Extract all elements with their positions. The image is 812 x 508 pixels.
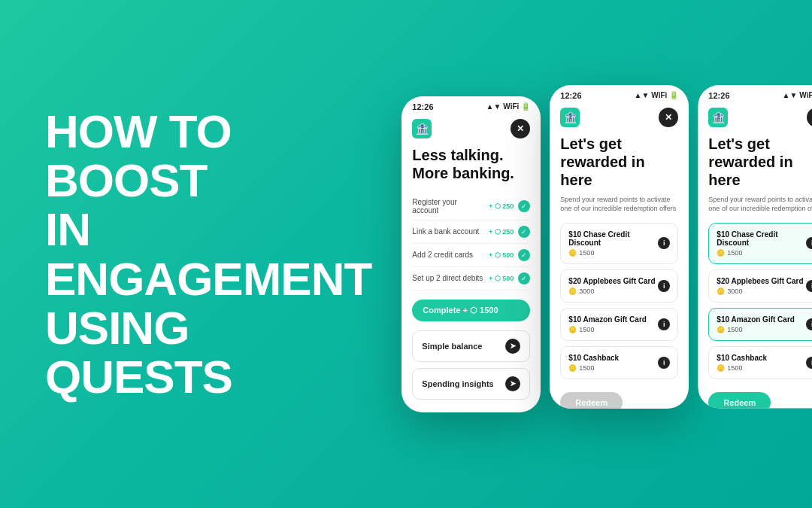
reward-item-3-2[interactable]: $20 Applebees Gift Card 🪙 3000 i — [708, 269, 812, 303]
task-label-1: Register your account — [412, 198, 484, 214]
coin-icon-2-1: 🪙 — [568, 249, 577, 257]
task-points-3: + ⬡ 500 — [489, 251, 514, 259]
phone3-content: Let's get rewarded in here Spend your re… — [698, 135, 812, 409]
reward-item-2-1-left: $10 Chase Credit Discount 🪙 1500 — [568, 230, 658, 257]
reward-item-3-4-left: $10 Cashback 🪙 1500 — [717, 354, 806, 372]
reward-name-2-4: $10 Cashback — [568, 354, 658, 362]
phone2-status-bar: 12:26 ▲▼ WiFi 🔋 — [550, 85, 689, 103]
phone1-close-icon[interactable]: ✕ — [511, 119, 530, 138]
reward-item-3-2-left: $20 Applebees Gift Card 🪙 3000 — [717, 277, 806, 295]
info-icon-3-3[interactable]: i — [806, 318, 812, 330]
coin-icon-3-3: 🪙 — [717, 326, 725, 333]
phone2-status-icons: ▲▼ WiFi 🔋 — [635, 91, 679, 99]
task-check-4: ✓ — [518, 272, 530, 284]
reward-item-2-4[interactable]: $10 Cashback 🪙 1500 i — [560, 346, 678, 379]
info-icon-2-4[interactable]: i — [658, 357, 670, 369]
coin-icon-2-3: 🪙 — [568, 326, 577, 333]
phone2-content: Let's get rewarded in here Spend your re… — [550, 135, 689, 409]
phone3-logo-icon: 🏦 — [708, 108, 728, 127]
task-label-3: Add 2 credit cards — [412, 251, 484, 259]
reward-points-2-3: 🪙 1500 — [568, 326, 658, 333]
phone2-time: 12:26 — [560, 91, 581, 100]
reward-points-3-2: 🪙 3000 — [717, 287, 806, 295]
info-icon-3-4[interactable]: i — [806, 357, 812, 369]
phone2-subtitle: Spend your reward points to activate one… — [560, 195, 678, 214]
complete-btn-label: Complete + ⬡ 1500 — [423, 306, 498, 315]
phone1-header: 🏦 ✕ — [401, 114, 541, 146]
info-icon-2-2[interactable]: i — [658, 280, 670, 292]
reward-points-2-4: 🪙 1500 — [568, 364, 658, 372]
reward-name-2-3: $10 Amazon Gift Card — [568, 315, 658, 324]
reward-item-2-3-left: $10 Amazon Gift Card 🪙 1500 — [568, 315, 658, 333]
phone3-time: 12:26 — [708, 91, 729, 100]
phone3-title: Let's get rewarded in here — [708, 135, 812, 189]
reward-item-3-1-left: $10 Chase Credit Discount 🪙 1500 — [717, 230, 806, 257]
info-icon-3-2[interactable]: i — [806, 280, 812, 292]
reward-name-3-3: $10 Amazon Gift Card — [717, 315, 806, 324]
coin-icon-2-2: 🪙 — [568, 287, 577, 295]
menu-arrow-balance-icon: ➤ — [505, 339, 520, 354]
phone-2: 12:26 ▲▼ WiFi 🔋 🏦 ✕ Let's get rewarded i… — [550, 85, 689, 409]
reward-item-2-2[interactable]: $20 Applebees Gift Card 🪙 3000 i — [560, 269, 678, 303]
reward-item-3-3-left: $10 Amazon Gift Card 🪙 1500 — [717, 315, 806, 333]
phones-section: 12:26 ▲▼ WiFi 🔋 🏦 ✕ Less talking. More b… — [401, 66, 812, 443]
reward-name-3-4: $10 Cashback — [717, 354, 806, 362]
reward-points-3-4: 🪙 1500 — [717, 364, 806, 372]
task-check-2: ✓ — [518, 226, 530, 238]
redeem-button-2[interactable]: Redeem — [560, 392, 623, 409]
menu-item-spending[interactable]: Spending insights ➤ — [412, 368, 530, 400]
phone3-close-icon[interactable]: ✕ — [807, 108, 812, 127]
coin-icon-2-4: 🪙 — [568, 364, 577, 372]
phone2-logo-icon: 🏦 — [560, 108, 580, 127]
menu-item-balance[interactable]: Simple balance ➤ — [412, 330, 530, 362]
task-check-3: ✓ — [518, 249, 530, 261]
task-label-4: Set up 2 direct debits — [412, 274, 484, 282]
heading-line3: USING QUESTS — [45, 302, 232, 403]
phone1-status-bar: 12:26 ▲▼ WiFi 🔋 — [401, 96, 541, 114]
reward-item-3-4[interactable]: $10 Cashback 🪙 1500 i — [708, 346, 812, 379]
reward-item-2-1[interactable]: $10 Chase Credit Discount 🪙 1500 i — [560, 223, 678, 264]
task-item-3: Add 2 credit cards + ⬡ 500 ✓ — [412, 244, 530, 267]
reward-item-2-4-left: $10 Cashback 🪙 1500 — [568, 354, 658, 372]
phone2-close-icon[interactable]: ✕ — [659, 108, 678, 127]
reward-item-2-3[interactable]: $10 Amazon Gift Card 🪙 1500 i — [560, 308, 678, 341]
phone2-title: Let's get rewarded in here — [560, 135, 678, 189]
menu-arrow-spending-icon: ➤ — [505, 376, 520, 391]
info-icon-3-1[interactable]: i — [806, 237, 812, 249]
reward-item-3-3[interactable]: $10 Amazon Gift Card 🪙 1500 i — [708, 308, 812, 341]
phone-3: 12:26 ▲▼ WiFi 🔋 🏦 ✕ Let's get rewarded i… — [698, 85, 812, 409]
reward-points-2-2: 🪙 3000 — [568, 287, 658, 295]
phone1-content: Less talking. More banking. Register you… — [401, 146, 541, 410]
phone1-logo-icon: 🏦 — [412, 119, 432, 138]
reward-name-2-2: $20 Applebees Gift Card — [568, 277, 658, 285]
coin-icon-3-2: 🪙 — [717, 287, 725, 295]
reward-name-2-1: $10 Chase Credit Discount — [568, 230, 658, 247]
menu-label-balance: Simple balance — [422, 342, 482, 351]
complete-button[interactable]: Complete + ⬡ 1500 — [412, 300, 530, 321]
task-item-2: Link a bank account + ⬡ 250 ✓ — [412, 221, 530, 244]
reward-name-3-1: $10 Chase Credit Discount — [717, 230, 806, 247]
task-points-1: + ⬡ 250 — [489, 202, 514, 210]
phone3-subtitle: Spend your reward points to activate one… — [708, 195, 812, 214]
reward-points-3-3: 🪙 1500 — [717, 326, 806, 333]
phone-1: 12:26 ▲▼ WiFi 🔋 🏦 ✕ Less talking. More b… — [401, 96, 541, 412]
phone3-status-bar: 12:26 ▲▼ WiFi 🔋 — [698, 85, 812, 103]
reward-item-2-2-left: $20 Applebees Gift Card 🪙 3000 — [568, 277, 658, 295]
task-label-2: Link a bank account — [412, 227, 484, 236]
phone3-status-icons: ▲▼ WiFi 🔋 — [783, 91, 812, 99]
task-check-1: ✓ — [518, 200, 530, 212]
task-item-1: Register your account + ⬡ 250 ✓ — [412, 193, 530, 221]
info-icon-2-1[interactable]: i — [658, 237, 670, 249]
phone2-header: 🏦 ✕ — [550, 103, 689, 135]
reward-points-3-1: 🪙 1500 — [717, 249, 806, 257]
redeem-button-3[interactable]: Redeem — [708, 392, 771, 409]
menu-label-spending: Spending insights — [422, 379, 493, 388]
reward-item-3-1[interactable]: $10 Chase Credit Discount 🪙 1500 i — [708, 223, 812, 264]
coin-icon-3-1: 🪙 — [717, 249, 725, 257]
phone1-time: 12:26 — [412, 102, 433, 111]
info-icon-2-3[interactable]: i — [658, 318, 670, 330]
reward-name-3-2: $20 Applebees Gift Card — [717, 277, 806, 285]
task-points-4: + ⬡ 500 — [489, 275, 514, 282]
phone1-status-icons: ▲▼ WiFi 🔋 — [486, 102, 531, 111]
task-item-4: Set up 2 direct debits + ⬡ 500 ✓ — [412, 267, 530, 291]
